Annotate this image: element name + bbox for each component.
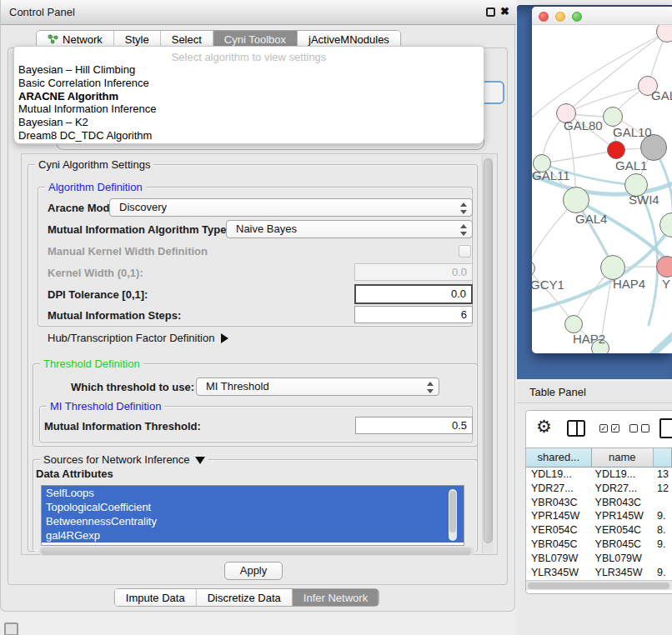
table-cell: 8. <box>654 523 672 538</box>
network-node-label: GAL80 <box>564 118 603 132</box>
column-header-name[interactable]: name <box>592 448 654 468</box>
tab-discretize-data[interactable]: Discretize Data <box>197 589 293 606</box>
mi-algorithm-type-label: Mutual Information Algorithm Type: <box>48 223 230 236</box>
manual-kernel-width-checkbox[interactable] <box>459 245 471 258</box>
attributes-scrollbar-thumb[interactable] <box>449 491 456 532</box>
mi-threshold-label: Mutual Information Threshold: <box>44 420 201 432</box>
apply-button[interactable]: Apply <box>224 562 283 580</box>
float-panel-icon[interactable] <box>486 8 495 17</box>
table-cell: YBL079W <box>526 552 592 566</box>
data-attribute-item[interactable]: gal4RGexp <box>42 528 464 542</box>
close-window-icon[interactable] <box>539 12 549 22</box>
tab-jactivemnodules[interactable]: jActiveMNodules <box>298 31 400 48</box>
zoom-window-icon[interactable] <box>572 12 582 22</box>
table-cell: YDR27... <box>592 482 654 496</box>
network-node-label: HAP4 <box>613 277 645 291</box>
table-row[interactable]: YER054CYER054C8. <box>526 523 672 538</box>
data-attribute-item[interactable]: BetweennessCentrality <box>42 514 464 528</box>
network-node-label: Y <box>662 277 670 291</box>
algorithm-list-item[interactable]: Dream8 DC_TDC Algorithm <box>14 129 484 142</box>
data-attribute-item[interactable]: TopologicalCoefficient <box>42 500 464 514</box>
table-row[interactable]: YBL079WYBL079W <box>526 552 672 566</box>
network-node[interactable] <box>607 141 625 159</box>
attributes-scrollbar-track[interactable] <box>449 489 457 541</box>
table-cell <box>654 552 672 566</box>
deselect-all-checks-icon[interactable] <box>629 424 649 432</box>
network-node[interactable] <box>563 187 589 213</box>
table-cell: YDR27... <box>526 482 592 496</box>
mi-algorithm-type-combo[interactable]: Naive Bayes <box>226 220 473 238</box>
mi-threshold-field[interactable]: 0.5 <box>355 417 473 434</box>
table-cell: 13 <box>654 468 672 482</box>
kernel-width-field[interactable]: 0.0 <box>354 263 473 281</box>
data-attributes-label: Data Attributes <box>36 468 113 480</box>
columns-icon[interactable] <box>567 420 585 437</box>
algorithm-list-item[interactable]: Bayesian – Hill Climbing <box>14 63 484 77</box>
table-cell: YLR345W <box>592 566 654 580</box>
table-hscrollbar-track[interactable] <box>526 580 672 590</box>
tab-style[interactable]: Style <box>114 31 161 48</box>
tab-cyni-toolbox[interactable]: Cyni Toolbox <box>213 31 298 48</box>
table-row[interactable]: YBR045CYBR045C9. <box>526 538 672 552</box>
network-node-label: GAL <box>651 88 672 102</box>
aracne-mode-combo[interactable]: Discovery <box>109 198 473 217</box>
threshold-definition-title: Threshold Definition <box>40 358 143 370</box>
horizontal-scrollbar-thumb[interactable] <box>41 548 471 555</box>
network-node[interactable] <box>564 315 583 333</box>
table-row[interactable]: YLR345WYLR345W9. <box>526 566 672 580</box>
algorithm-list-item[interactable]: Basic Correlation Inference <box>14 77 484 90</box>
tab-select[interactable]: Select <box>161 31 213 48</box>
data-attributes-list[interactable]: SelfLoopsTopologicalCoefficientBetweenne… <box>41 485 464 546</box>
algorithm-list-item[interactable]: Bayesian – K2 <box>14 116 484 129</box>
network-node-label: GAL4 <box>575 212 607 226</box>
hub-definition-label: Hub/Transcription Factor Definition <box>48 332 214 344</box>
table-rows[interactable]: YDL19...YDL19...13YDR27...YDR27...12YBR0… <box>526 468 672 580</box>
table-hscrollbar-thumb[interactable] <box>528 582 669 589</box>
hub-definition-expander[interactable]: Hub/Transcription Factor Definition <box>48 332 228 344</box>
mi-steps-field[interactable]: 6 <box>354 306 473 323</box>
network-node-label: GAL11 <box>532 168 570 182</box>
algorithm-list-item[interactable]: Mutual Information Inference <box>14 102 484 116</box>
network-node-label: GCY1 <box>532 278 564 292</box>
column-header-partial[interactable] <box>654 448 672 468</box>
network-canvas[interactable]: GALGAL80GAL10GAL1GAL11SWI4GAL4GCY1HAP4YH… <box>532 25 672 353</box>
column-header-shared-name[interactable]: shared... <box>526 448 592 468</box>
control-panel: Control Panel ✖ Network Style Select Cyn… <box>0 0 515 612</box>
close-panel-icon[interactable]: ✖ <box>500 5 509 18</box>
table-cell: YER054C <box>526 523 592 538</box>
sources-group-title[interactable]: Sources for Network Inference <box>40 453 208 466</box>
table-row[interactable]: YDR27...YDR27...12 <box>526 482 672 496</box>
dpi-tolerance-label: DPI Tolerance [0,1]: <box>48 288 148 301</box>
table-cell: 9. <box>654 509 672 523</box>
minimize-window-icon[interactable] <box>555 12 565 22</box>
table-cell: YBL079W <box>592 552 654 566</box>
gear-icon[interactable]: ⚙ <box>536 417 552 437</box>
tab-infer-network[interactable]: Infer Network <box>293 589 379 606</box>
dpi-tolerance-field[interactable]: 0.0 <box>354 284 473 304</box>
table-cell: YPR145W <box>592 509 654 523</box>
table-row[interactable]: YDL19...YDL19...13 <box>526 468 672 482</box>
import-table-icon[interactable] <box>659 418 672 438</box>
network-window-titlebar[interactable] <box>532 7 672 25</box>
data-attribute-item[interactable]: SelfLoops <box>42 486 464 500</box>
which-threshold-label: Which threshold to use: <box>71 381 194 393</box>
table-panel-title: Table Panel <box>529 386 586 398</box>
table-row[interactable]: YBR043CYBR043C <box>526 496 672 510</box>
table-cell: 12 <box>654 482 672 496</box>
table-cell: YDL19... <box>526 468 592 482</box>
docked-panel-icon[interactable] <box>4 622 18 635</box>
cyni-algorithm-settings-title: Cyni Algorithm Settings <box>35 158 153 171</box>
which-threshold-combo[interactable]: MI Threshold <box>196 378 439 396</box>
select-all-checks-icon[interactable]: ✓✓ <box>599 424 619 432</box>
table-cell: YER054C <box>592 523 654 538</box>
tab-impute-data[interactable]: Impute Data <box>115 589 197 606</box>
table-cell: YBR045C <box>592 538 654 552</box>
network-node[interactable] <box>603 107 623 127</box>
table-row[interactable]: YPR145WYPR145W9. <box>526 509 672 523</box>
combo-arrows-icon <box>427 382 434 393</box>
settings-scrollbar-thumb[interactable] <box>484 158 493 543</box>
network-node[interactable] <box>656 256 672 278</box>
tab-network[interactable]: Network <box>37 31 114 48</box>
table-cell: YBR043C <box>526 496 592 510</box>
algorithm-list-item[interactable]: ARACNE Algorithm <box>14 90 484 103</box>
